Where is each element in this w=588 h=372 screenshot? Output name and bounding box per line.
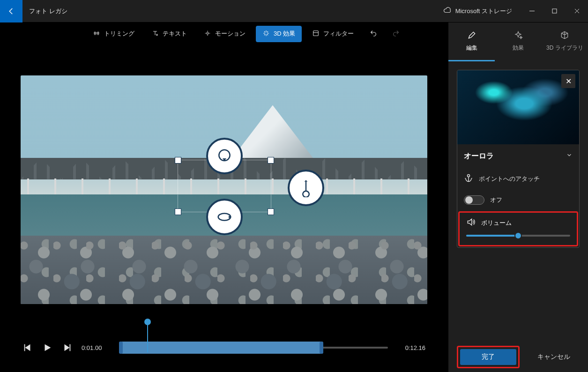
window-minimize-button[interactable] [521, 4, 543, 19]
undo-button[interactable] [364, 26, 383, 42]
resize-handle-br[interactable] [268, 208, 274, 215]
cube-icon [560, 30, 569, 41]
frame-forward-button[interactable] [62, 342, 72, 353]
volume-label: ボリューム [481, 219, 512, 227]
trim-label: トリミング [104, 30, 134, 38]
tab-edit[interactable]: 編集 [448, 22, 495, 60]
rotate-y-gizmo[interactable] [288, 170, 324, 206]
volume-slider[interactable] [466, 235, 570, 237]
timeline-track[interactable] [119, 336, 388, 359]
svg-point-8 [468, 175, 470, 177]
motion-tool[interactable]: モーション [197, 26, 252, 42]
text-icon [151, 30, 159, 38]
resize-handle-bl[interactable] [175, 208, 181, 215]
text-label: テキスト [163, 30, 187, 38]
effect-thumbnail [457, 70, 579, 144]
playhead[interactable] [147, 322, 148, 352]
back-button[interactable] [0, 0, 22, 22]
cancel-button[interactable]: キャンセル [528, 349, 580, 365]
resize-handle-tr[interactable] [268, 157, 274, 164]
svg-rect-3 [313, 30, 319, 36]
3d-effects-label: 3D 効果 [274, 30, 295, 38]
window-maximize-button[interactable] [543, 4, 566, 19]
svg-rect-7 [70, 344, 71, 351]
filter-icon [312, 30, 320, 38]
attach-toggle-row: オフ [457, 190, 579, 210]
title-bar: フォト レガシ Microsoft ストレージ [0, 0, 588, 22]
play-button[interactable] [42, 342, 52, 353]
redo-icon [392, 30, 400, 38]
current-time: 0:01.00 [82, 344, 110, 351]
anchor-icon [464, 173, 473, 184]
effect-range[interactable] [119, 342, 323, 354]
filter-label: フィルター [323, 30, 354, 38]
attach-label: ポイントへのアタッチ [479, 175, 540, 183]
filter-tool[interactable]: フィルター [305, 26, 360, 42]
volume-section: ボリューム [458, 211, 578, 246]
tab-3d-library[interactable]: 3D ライブラリ [542, 22, 588, 60]
panel-footer: 完了 キャンセル [448, 342, 588, 372]
video-preview[interactable] [21, 75, 427, 304]
motion-icon [204, 30, 211, 38]
svg-point-2 [207, 32, 208, 34]
tab-edit-label: 編集 [466, 44, 477, 52]
trim-icon [93, 30, 100, 38]
volume-icon [466, 217, 476, 228]
cloud-icon [443, 6, 452, 16]
done-button[interactable]: 完了 [460, 349, 516, 365]
sparkles-icon [514, 30, 523, 41]
effect-name: オーロラ [464, 151, 494, 161]
undo-icon [370, 30, 377, 38]
window-close-button[interactable] [566, 4, 588, 19]
close-icon: ✕ [566, 77, 572, 86]
total-time: 0:12.16 [397, 344, 425, 351]
tab-library-label: 3D ライブラリ [546, 44, 583, 52]
app-title: フォト レガシ [29, 7, 67, 15]
sparkle-icon [262, 30, 270, 38]
side-tabs: 編集 効果 3D ライブラリ [448, 22, 588, 60]
storage-link[interactable]: Microsoft ストレージ [435, 6, 521, 16]
effect-card: ✕ オーロラ ポイントへのアタッチ オフ ボリューム [457, 70, 580, 248]
rotate-z-gizmo[interactable] [206, 199, 243, 235]
resize-handle-tl[interactable] [175, 157, 181, 164]
attach-toggle[interactable] [464, 195, 484, 205]
redo-button [387, 26, 405, 42]
rotate-x-gizmo[interactable] [206, 138, 243, 174]
motion-label: モーション [215, 30, 246, 38]
svg-rect-0 [552, 9, 557, 13]
attach-toggle-label: オフ [490, 196, 502, 204]
tab-effects-label: 効果 [513, 44, 524, 52]
svg-point-1 [156, 34, 158, 36]
text-tool[interactable]: テキスト [145, 26, 194, 42]
storage-label: Microsoft ストレージ [455, 7, 512, 15]
3d-effects-tool[interactable]: 3D 効果 [256, 26, 302, 42]
edit-toolbar: トリミング テキスト モーション 3D 効果 フィルター [0, 22, 448, 45]
attach-row[interactable]: ポイントへのアタッチ [457, 168, 579, 190]
effect-name-row[interactable]: オーロラ [457, 144, 579, 168]
trim-tool[interactable]: トリミング [86, 26, 141, 42]
pencil-icon [467, 30, 476, 41]
svg-rect-6 [24, 344, 25, 351]
remove-effect-button[interactable]: ✕ [561, 74, 575, 88]
chevron-down-icon [566, 152, 573, 160]
frame-back-button[interactable] [22, 342, 33, 353]
playback-bar: 0:01.00 0:12.16 [22, 336, 425, 359]
volume-thumb[interactable] [514, 232, 522, 239]
effect-selection-box[interactable] [178, 160, 271, 212]
tab-effects[interactable]: 効果 [495, 22, 541, 60]
